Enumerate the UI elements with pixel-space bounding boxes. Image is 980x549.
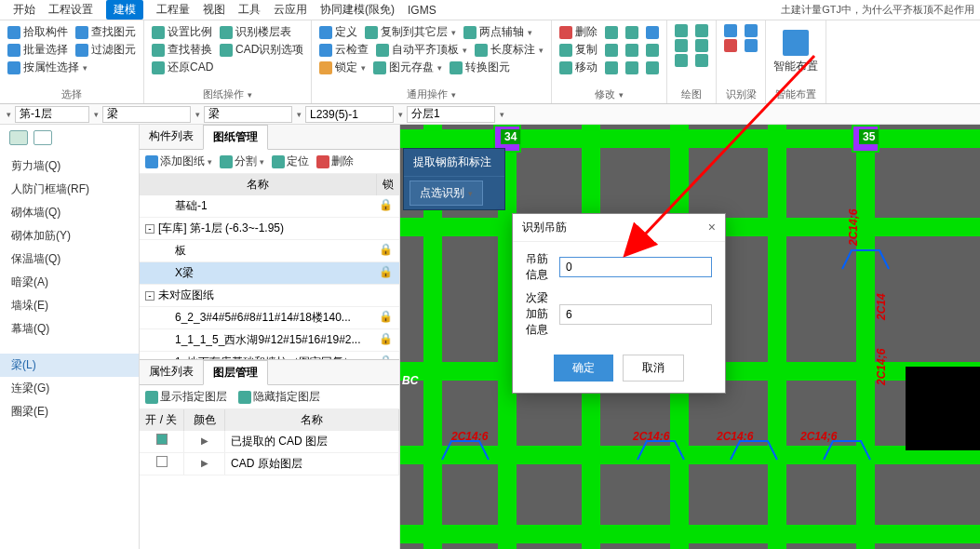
- btn-recog3[interactable]: [724, 39, 737, 52]
- btn-set-scale[interactable]: 设置比例: [152, 24, 212, 40]
- nav-wall-pier[interactable]: 墙垛(E): [0, 294, 139, 317]
- btn-copy-other-floor[interactable]: 复制到其它层▾: [365, 24, 456, 40]
- menu-tools[interactable]: 工具: [238, 2, 261, 18]
- nav-curtain[interactable]: 幕墙(Q): [0, 317, 139, 341]
- btn-line[interactable]: [675, 39, 688, 52]
- tab-layer-mgmt[interactable]: 图层管理: [203, 360, 268, 385]
- btn-rect[interactable]: [675, 54, 688, 67]
- tree-row[interactable]: 基础-1🔒: [140, 195, 399, 218]
- dropdown-icon[interactable]: ▾: [7, 110, 11, 119]
- cat1-select[interactable]: [102, 106, 191, 123]
- btn-join[interactable]: [625, 61, 638, 74]
- btn-find-element[interactable]: 查找图元: [75, 24, 136, 40]
- nav-masonry[interactable]: 砌体墙(Q): [0, 201, 139, 224]
- floor-select[interactable]: [15, 106, 89, 123]
- btn-find-replace[interactable]: 查找替换: [152, 42, 212, 58]
- tab-drawing-mgmt[interactable]: 图纸管理: [203, 125, 268, 150]
- menu-project-settings[interactable]: 工程设置: [48, 2, 93, 18]
- btn-arc[interactable]: [695, 39, 708, 52]
- tab-prop-list[interactable]: 属性列表: [140, 360, 203, 384]
- btn-filter-element[interactable]: 过滤图元: [75, 42, 136, 58]
- nav-beam[interactable]: 梁(L): [0, 354, 139, 377]
- cancel-button[interactable]: 取消: [623, 355, 684, 382]
- nav-masonry-rebar[interactable]: 砌体加筋(Y): [0, 224, 139, 248]
- menu-quantity[interactable]: 工程量: [156, 2, 190, 18]
- btn-cloud-check[interactable]: 云检查: [319, 42, 369, 58]
- nav-insul-wall[interactable]: 保温墙(Q): [0, 248, 139, 271]
- btn-click-recognize[interactable]: 点选识别 ▾: [409, 181, 483, 206]
- member-select[interactable]: [305, 106, 394, 123]
- input-stirrup-info[interactable]: [559, 257, 712, 277]
- expander-icon[interactable]: -: [145, 291, 154, 301]
- btn-smart-place[interactable]: 智能布置: [773, 30, 818, 74]
- btn-hide-layer[interactable]: 隐藏指定图层: [238, 389, 320, 405]
- nav-hidden-beam[interactable]: 暗梁(A): [0, 271, 139, 294]
- btn-select-by-prop[interactable]: 按属性选择▾: [7, 60, 87, 75]
- drawing-canvas[interactable]: 34 35 BC 2C14;6 2C14;6 2C14;6 2C14;6 2C1…: [400, 125, 980, 549]
- menu-cloud[interactable]: 云应用: [274, 2, 307, 18]
- cat2-select[interactable]: [204, 106, 292, 123]
- btn-break[interactable]: [625, 26, 638, 39]
- btn-split[interactable]: 分割▾: [220, 154, 264, 169]
- btn-copy[interactable]: 复制: [559, 42, 597, 58]
- btn-pick-component[interactable]: 拾取构件: [7, 24, 68, 40]
- menu-view[interactable]: 视图: [203, 2, 225, 18]
- btn-mirror[interactable]: [605, 44, 618, 57]
- btn-length-mark[interactable]: 长度标注▾: [475, 42, 544, 58]
- btn-delete[interactable]: 删除: [559, 24, 597, 40]
- tree-row[interactable]: -未对应图纸: [140, 285, 399, 307]
- btn-add-drawing[interactable]: 添加图纸▾: [145, 154, 212, 169]
- layer-checkbox[interactable]: [156, 456, 168, 467]
- nav-ring-beam[interactable]: 圈梁(E): [0, 400, 139, 423]
- color-picker-icon[interactable]: ▶: [201, 458, 208, 468]
- tree-row[interactable]: 6_2_3#4#5#6#8#11#14#18楼140...🔒: [140, 307, 399, 329]
- tree-row[interactable]: 1_地下车库基础和墙柱（图审回复）🔒: [140, 352, 399, 360]
- nav-shearwall[interactable]: 剪力墙(Q): [0, 154, 139, 178]
- color-picker-icon[interactable]: ▶: [201, 435, 208, 446]
- btn-batch-select[interactable]: 批量选择: [7, 42, 68, 58]
- ok-button[interactable]: 确定: [554, 355, 613, 382]
- btn-poly[interactable]: [695, 54, 708, 67]
- btn-convert-element[interactable]: 转换图元: [450, 60, 510, 75]
- tree-row[interactable]: -[车库] 第-1层 (-6.3~-1.95): [140, 218, 399, 240]
- btn-recog2[interactable]: [745, 24, 758, 37]
- expander-icon[interactable]: -: [145, 224, 154, 234]
- list-view-icon[interactable]: [9, 130, 28, 145]
- btn-offset[interactable]: [646, 26, 659, 39]
- btn-recog-floor[interactable]: 识别楼层表: [220, 24, 291, 40]
- btn-circle[interactable]: [695, 24, 708, 37]
- btn-extend[interactable]: [605, 61, 618, 74]
- btn-save-element[interactable]: 图元存盘▾: [373, 60, 442, 75]
- layer-row[interactable]: ▶ CAD 原始图层: [140, 453, 399, 475]
- layer-row[interactable]: ▶ 已提取的 CAD 图层: [140, 431, 399, 453]
- menu-collab[interactable]: 协同建模(限免): [320, 2, 395, 18]
- btn-two-point-axis[interactable]: 两点辅轴▾: [463, 24, 532, 40]
- btn-define[interactable]: 定义: [319, 24, 357, 40]
- btn-cad-options[interactable]: CAD识别选项: [220, 42, 303, 58]
- btn-lock[interactable]: 锁定▾: [319, 60, 366, 75]
- tree-row[interactable]: 1_1_1_5_西水湖9#12#15#16#19#2...🔒: [140, 329, 399, 352]
- btn-show-layer[interactable]: 显示指定图层: [145, 389, 227, 405]
- btn-auto-align-top[interactable]: 自动平齐顶板▾: [376, 42, 467, 58]
- btn-locate[interactable]: 定位: [272, 154, 309, 169]
- menu-igms[interactable]: IGMS: [408, 4, 436, 17]
- btn-trim[interactable]: [605, 26, 618, 39]
- btn-delete-drawing[interactable]: 删除: [316, 154, 354, 169]
- lock-icon[interactable]: 🔒: [377, 198, 394, 214]
- btn-point[interactable]: [675, 24, 688, 37]
- menu-start[interactable]: 开始: [13, 2, 35, 18]
- tab-component-list[interactable]: 构件列表: [140, 125, 203, 149]
- btn-array[interactable]: [646, 44, 659, 57]
- grid-view-icon[interactable]: [34, 130, 52, 145]
- nav-coupling-beam[interactable]: 连梁(G): [0, 377, 139, 400]
- lock-icon[interactable]: 🔒: [377, 310, 394, 326]
- btn-move[interactable]: 移动: [559, 60, 597, 75]
- btn-align[interactable]: [625, 44, 638, 57]
- btn-recog4[interactable]: [745, 39, 758, 52]
- menu-modeling[interactable]: 建模: [106, 0, 143, 20]
- tree-row[interactable]: 板🔒: [140, 240, 399, 262]
- btn-rotate[interactable]: [646, 61, 659, 74]
- input-secondary-beam[interactable]: [559, 304, 712, 325]
- lock-icon[interactable]: 🔒: [377, 332, 394, 348]
- layer-select[interactable]: [407, 106, 495, 123]
